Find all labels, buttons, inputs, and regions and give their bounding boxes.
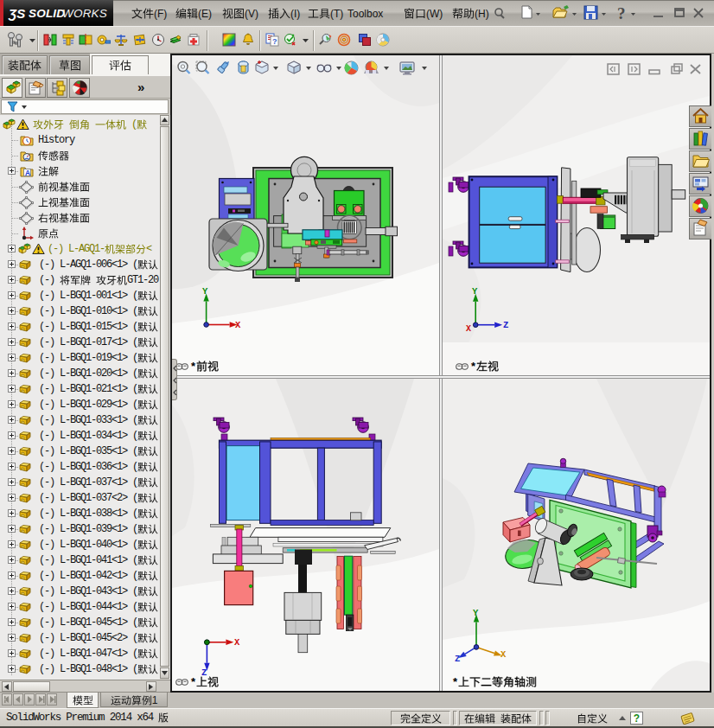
svg-text:A: A (25, 169, 30, 177)
svg-text:WORKS: WORKS (62, 7, 107, 20)
svg-text:Z: Z (503, 320, 508, 330)
svg-text:X: X (235, 320, 241, 330)
svg-text:Y: Y (473, 608, 479, 618)
svg-text:Y: Y (472, 286, 478, 297)
svg-text:Z: Z (455, 654, 460, 664)
svg-text:?: ? (617, 4, 626, 22)
svg-text:?: ? (272, 37, 277, 46)
svg-text:X: X (234, 637, 240, 648)
svg-text:X: X (466, 324, 471, 334)
svg-text:SOLID: SOLID (29, 7, 65, 20)
svg-text:Y: Y (202, 286, 208, 297)
svg-text:X: X (500, 649, 507, 660)
svg-text:ƷS: ƷS (8, 6, 25, 21)
